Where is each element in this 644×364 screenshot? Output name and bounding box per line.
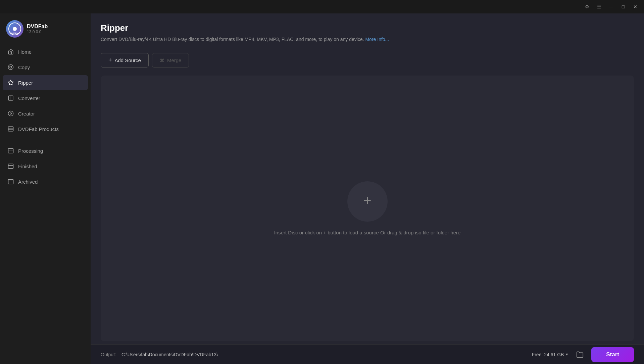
settings-button[interactable]: ⚙ (582, 2, 592, 11)
archived-icon (7, 178, 14, 185)
dvdfab-products-icon (7, 126, 14, 132)
finished-icon (7, 163, 14, 170)
merge-icon: ⌘ (160, 58, 164, 63)
app-version: 13.0.0.0 (27, 30, 48, 34)
plus-icon: + (363, 194, 371, 208)
logo-icon: DVDFab (6, 20, 23, 38)
drop-hint: Insert Disc or click on + button to load… (274, 230, 461, 235)
home-icon (7, 48, 14, 55)
main-content: Ripper Convert DVD/Blu-ray/4K Ultra HD B… (91, 13, 644, 364)
sidebar-item-converter[interactable]: Converter (3, 91, 88, 105)
merge-button[interactable]: ⌘ Merge (152, 53, 189, 67)
sidebar-item-converter-label: Converter (18, 95, 40, 101)
menu-button[interactable]: ☰ (594, 2, 604, 11)
sidebar-item-home[interactable]: Home (3, 44, 88, 59)
sidebar-item-finished-label: Finished (18, 164, 37, 169)
add-source-label: Add Source (115, 57, 141, 63)
sidebar-item-finished[interactable]: Finished (3, 159, 88, 174)
svg-rect-10 (8, 127, 13, 131)
add-source-button[interactable]: + Add Source (101, 53, 149, 67)
add-icon: + (108, 57, 112, 64)
logo-text: DVDFab 13.0.0.0 (27, 24, 48, 34)
sidebar-item-archived[interactable]: Archived (3, 174, 88, 189)
svg-text:DVDFab: DVDFab (10, 32, 19, 35)
output-label: Output: (101, 352, 116, 357)
sidebar-divider (5, 140, 85, 140)
logo-area: DVDFab DVDFab 13.0.0.0 (0, 17, 91, 44)
folder-button[interactable] (574, 349, 586, 361)
free-space: Free: 24.61 GB ▼ (532, 352, 569, 357)
creator-icon (7, 110, 14, 117)
sidebar-item-ripper-label: Ripper (18, 80, 33, 86)
toolbar: + Add Source ⌘ Merge (91, 48, 644, 72)
copy-icon (7, 64, 14, 71)
processing-icon (7, 147, 14, 154)
app-body: DVDFab DVDFab 13.0.0.0 Home (0, 13, 644, 364)
more-info-link[interactable]: More Info... (365, 37, 389, 42)
svg-point-3 (8, 65, 13, 70)
page-description-text: Convert DVD/Blu-ray/4K Ultra HD Blu-ray … (101, 37, 364, 42)
app-name: DVDFab (27, 24, 48, 30)
svg-rect-15 (8, 164, 13, 169)
sidebar-item-processing[interactable]: Processing (3, 143, 88, 158)
free-space-text: Free: 24.61 GB (532, 352, 564, 357)
add-source-circle[interactable]: + (347, 181, 388, 222)
svg-rect-17 (8, 179, 13, 184)
sidebar-item-dvdfab-products-label: DVDFab Products (18, 126, 59, 132)
sidebar-queue-nav: Processing Finished Ar (0, 143, 91, 189)
close-button[interactable]: ✕ (631, 2, 640, 11)
output-path: C:\Users\fab\Documents\DVDFab\DVDFab13\ (121, 352, 527, 357)
chevron-down-icon: ▼ (565, 353, 568, 356)
page-title: Ripper (101, 23, 634, 33)
content-header: Ripper Convert DVD/Blu-ray/4K Ultra HD B… (91, 13, 644, 48)
sidebar-item-home-label: Home (18, 49, 32, 55)
svg-marker-5 (8, 80, 13, 85)
page-description: Convert DVD/Blu-ray/4K Ultra HD Blu-ray … (101, 36, 634, 43)
sidebar-item-archived-label: Archived (18, 179, 38, 185)
sidebar-item-copy-label: Copy (18, 64, 30, 70)
sidebar-nav: Home Copy Ripper (0, 44, 91, 136)
svg-point-8 (8, 111, 13, 116)
start-button[interactable]: Start (591, 347, 634, 362)
svg-point-1 (13, 27, 17, 31)
svg-rect-6 (8, 96, 13, 100)
minimize-button[interactable]: ─ (606, 2, 616, 11)
sidebar: DVDFab DVDFab 13.0.0.0 Home (0, 13, 91, 364)
svg-rect-13 (8, 148, 13, 153)
sidebar-item-processing-label: Processing (18, 148, 43, 154)
sidebar-item-creator-label: Creator (18, 111, 35, 117)
sidebar-item-ripper[interactable]: Ripper (3, 75, 88, 90)
svg-point-4 (10, 66, 12, 68)
merge-label: Merge (167, 57, 182, 63)
drop-zone[interactable]: + Insert Disc or click on + button to lo… (101, 76, 634, 341)
svg-point-9 (10, 113, 12, 115)
converter-icon (7, 95, 14, 101)
sidebar-item-dvdfab-products[interactable]: DVDFab Products (3, 122, 88, 136)
ripper-icon (7, 79, 14, 86)
title-bar: ⚙ ☰ ─ □ ✕ (0, 0, 644, 13)
footer: Output: C:\Users\fab\Documents\DVDFab\DV… (91, 345, 644, 364)
sidebar-item-creator[interactable]: Creator (3, 106, 88, 121)
sidebar-item-copy[interactable]: Copy (3, 60, 88, 75)
maximize-button[interactable]: □ (618, 2, 628, 11)
